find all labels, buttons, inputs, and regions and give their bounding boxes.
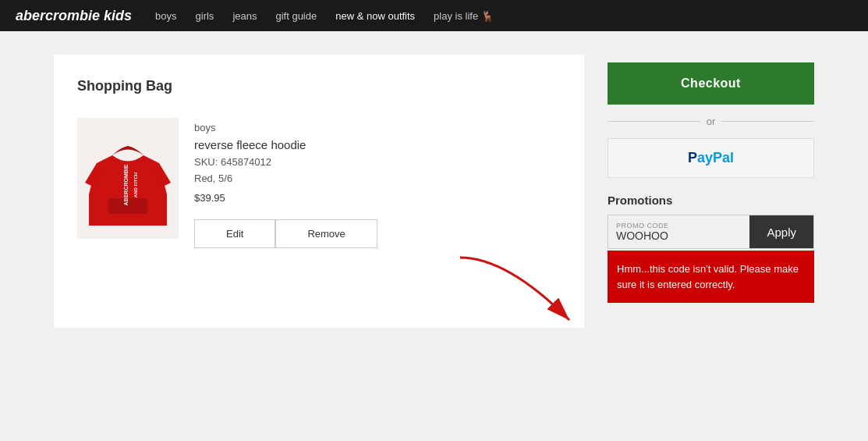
- svg-text:ABERCROMBIE: ABERCROMBIE: [123, 164, 129, 205]
- page-content: Shopping Bag ABERCROMBIE: [0, 31, 868, 351]
- shopping-bag-section: Shopping Bag ABERCROMBIE: [54, 55, 584, 328]
- nav-item-gift-guide[interactable]: gift guide: [275, 9, 317, 22]
- promo-code-input[interactable]: [616, 229, 742, 242]
- paypal-button[interactable]: PayPal: [608, 138, 814, 178]
- nav-links: boys girls jeans gift guide new & now ou…: [155, 9, 494, 22]
- paypal-logo: PayPal: [688, 150, 734, 166]
- apply-button[interactable]: Apply: [749, 215, 813, 248]
- item-price: $39.95: [194, 192, 377, 204]
- item-sku: SKU: 645874012: [194, 156, 377, 168]
- item-details: boys reverse fleece hoodie SKU: 64587401…: [194, 118, 377, 248]
- or-label: or: [707, 116, 716, 127]
- sidebar: Checkout or PayPal Promotions PROMO CODE…: [608, 55, 814, 328]
- navigation: abercrombie kids boys girls jeans gift g…: [0, 0, 868, 31]
- promotions-title: Promotions: [608, 194, 814, 207]
- nav-item-jeans[interactable]: jeans: [232, 9, 257, 22]
- nav-item-girls[interactable]: girls: [196, 9, 214, 22]
- item-name: reverse fleece hoodie: [194, 138, 377, 151]
- bag-title: Shopping Bag: [77, 78, 561, 94]
- edit-button[interactable]: Edit: [194, 219, 275, 248]
- promo-code-label: PROMO CODE: [616, 222, 742, 229]
- item-color: Red, 5/6: [194, 172, 377, 184]
- item-category: boys: [194, 122, 377, 133]
- item-image: ABERCROMBIE AND FITCH: [77, 118, 179, 239]
- remove-button[interactable]: Remove: [275, 219, 377, 248]
- nav-item-boys[interactable]: boys: [155, 9, 176, 22]
- item-actions: Edit Remove: [194, 219, 377, 248]
- checkout-button[interactable]: Checkout: [608, 62, 814, 105]
- item-sku-value: 645874012: [221, 156, 271, 168]
- or-divider: or: [608, 116, 814, 127]
- promo-input-row: PROMO CODE Apply: [608, 215, 814, 249]
- promotions-section: Promotions PROMO CODE Apply Hmm...this c…: [608, 194, 814, 303]
- bag-item: ABERCROMBIE AND FITCH boys reverse fleec…: [77, 118, 561, 248]
- promo-error-message: Hmm...this code isn't valid. Please make…: [608, 251, 814, 303]
- nav-item-new-now[interactable]: new & now outfits: [335, 9, 415, 22]
- nav-item-play-is-life[interactable]: play is life 🦌: [434, 9, 494, 22]
- promo-field-wrapper: PROMO CODE: [608, 215, 749, 248]
- brand-logo[interactable]: abercrombie kids: [16, 8, 132, 24]
- svg-text:AND FITCH: AND FITCH: [133, 172, 138, 197]
